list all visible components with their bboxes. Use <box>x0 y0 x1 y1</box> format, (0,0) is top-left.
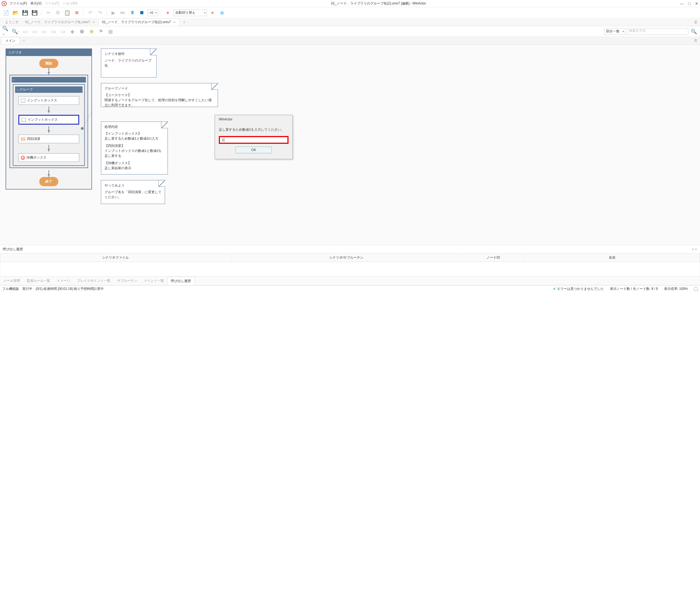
inner-group[interactable]: ▫ グループ インプットボックス インプットボックス 四則演算 待機ボックス <box>13 84 85 166</box>
tool-a-icon: ▭ <box>31 28 38 35</box>
note-fold-icon <box>158 180 165 187</box>
close-icon[interactable]: ✕ <box>173 20 176 24</box>
connector-dot-icon <box>81 127 84 130</box>
panel-close-icon[interactable]: ✕ <box>695 247 697 251</box>
note-body: ノード、ライブラリのグループ化 <box>104 58 153 68</box>
note-line: 【インプットボックス】 <box>104 131 164 136</box>
node-inputbox-1[interactable]: インプットボックス <box>18 96 79 105</box>
dialog-message: 足し算するため数値2を入力してください。 <box>219 127 289 132</box>
col-subroutine[interactable]: シナリオ/サブルーチン <box>231 254 462 262</box>
note-line: 関連するノードをグループ化して、処理の目的を理解しやすくしたい場合に利用できます… <box>104 98 215 108</box>
call-history-header: 呼び出し履歴 ▾ ✕ <box>0 245 700 254</box>
tool-b-icon: ▭ <box>40 28 48 35</box>
btab-callhistory[interactable]: 呼び出し履歴 <box>167 277 194 285</box>
tab-doc2[interactable]: 01_ノード、ライブラリのグループ化(2).ums7✕ <box>98 18 180 26</box>
speed-combo[interactable]: +0 <box>148 10 158 16</box>
note-fold-icon <box>211 83 218 90</box>
node-wait[interactable]: 待機ボックス <box>18 153 79 162</box>
dialog-input[interactable]: 1 <box>219 136 289 144</box>
btab-watch[interactable]: 監視ルール一覧 <box>23 277 53 285</box>
chevron-down-icon[interactable]: ▾ <box>692 247 694 251</box>
save-icon: 💾 <box>21 9 29 17</box>
new-icon: 📄 <box>2 9 10 17</box>
editor-toolbar: 🔍+ 🔍- ▭ ▭ ▭ ▭ ▭ ◆ ⬣ ⊕ ⚑ ▦ 部分一致 検索文字列 🔍 <box>0 26 700 37</box>
pause-icon[interactable]: ⏸ <box>129 9 136 17</box>
status-zoom: 表示倍率: 100% <box>664 286 688 291</box>
tab-main[interactable]: メイン <box>1 37 19 44</box>
menu-bar: ファイル(F) 表示(V) ツール(T) ヘルプ(H) <box>10 1 77 6</box>
col-node-id[interactable]: ノードID <box>462 254 525 262</box>
tool-f-icon: ⬣ <box>78 28 86 35</box>
note-fold-icon <box>161 122 168 128</box>
tabs-menu-icon[interactable]: ☰ <box>692 20 700 24</box>
flowchart-canvas[interactable]: シナリオ 開始 ▫ ▫ グループ インプットボックス インプットボックス 四則演… <box>0 45 700 245</box>
status-nodes: 表示ノード数 / 全ノード数: 9 / 9 <box>610 286 658 291</box>
btab-image[interactable]: イメージ <box>53 277 73 285</box>
status-left: フル機能版 実行中 (0/1) 経過時間 [00:01:18] 残り予想時間計算… <box>2 286 104 291</box>
zoom-in-icon[interactable]: 🔍+ <box>2 28 10 35</box>
note-line: インプットボックスの数値1と数値2を足し算する <box>104 148 164 158</box>
add-inner-tab-button[interactable]: ＋ <box>19 38 29 43</box>
collapse-icon[interactable]: ▫ <box>12 77 86 83</box>
col-name[interactable]: 名前 <box>525 254 700 262</box>
close-icon[interactable]: ✕ <box>92 20 95 24</box>
record-icon[interactable]: ● <box>164 9 172 17</box>
note-group-node[interactable]: グループノード 【ユースケース】 関連するノードをグループ化して、処理の目的を理… <box>101 83 218 107</box>
menu-view[interactable]: 表示(V) <box>30 1 41 6</box>
note-try[interactable]: やってみよう グループ名を「四則演算」に変更してください。 <box>101 180 165 204</box>
ok-button[interactable]: OK <box>236 146 272 153</box>
maximize-icon[interactable]: □ <box>688 1 690 6</box>
note-fold-icon <box>150 49 157 55</box>
delete-icon[interactable]: ✖ <box>73 9 81 17</box>
group-header[interactable]: ▫ グループ <box>15 86 83 93</box>
note-line: 【四則演算】 <box>104 143 164 148</box>
node-inputbox-2[interactable]: インプットボックス <box>18 115 79 125</box>
undo-icon: ↶ <box>86 9 94 17</box>
note-process[interactable]: 処理内容 【インプットボックス】 足し算するため数値1と数値2の入力 【四則演算… <box>101 122 168 174</box>
tool-d-icon: ▭ <box>59 28 67 35</box>
call-history-columns: シナリオファイル シナリオ/サブルーチン ノードID 名前 <box>0 254 700 262</box>
arrow-icon <box>49 126 49 133</box>
copy-icon: ⧉ <box>54 9 62 17</box>
tab-doc1[interactable]: 01_ノード、ライブラリのグループ化.ums7✕ <box>22 19 98 25</box>
scenario-container[interactable]: シナリオ 開始 ▫ ▫ グループ インプットボックス インプットボックス 四則演… <box>5 49 92 190</box>
tool-c-icon: ▭ <box>50 28 57 35</box>
arrow-icon <box>49 170 49 177</box>
status-bar: フル機能版 実行中 (0/1) 経過時間 [00:01:18] 残り予想時間計算… <box>0 285 700 292</box>
tab-welcome[interactable]: ようこそ <box>2 19 22 25</box>
target-icon[interactable]: ⊕ <box>218 9 226 17</box>
input-dialog: WinActor 足し算するため数値2を入力してください。 1 OK <box>215 115 293 159</box>
minimize-icon[interactable]: — <box>680 1 684 6</box>
node-calc[interactable]: 四則演算 <box>18 135 79 143</box>
search-icon[interactable]: 🔍 <box>690 28 698 35</box>
stop-icon[interactable]: ⏹ <box>138 9 146 17</box>
btab-breakpoints[interactable]: ブレイクポイント一覧 <box>73 277 114 285</box>
record2-icon[interactable]: ● <box>208 9 216 17</box>
inputbox-icon <box>21 99 25 103</box>
note-scenario-op[interactable]: シナリオ操作 ノード、ライブラリのグループ化 <box>101 49 157 77</box>
bell-icon[interactable] <box>694 287 698 291</box>
mode-combo[interactable]: 自動切り替え <box>173 10 207 16</box>
close-icon[interactable]: ✕ <box>695 1 698 6</box>
btab-events[interactable]: イベント一覧 <box>140 277 167 285</box>
start-node[interactable]: 開始 <box>39 59 58 68</box>
menu-file[interactable]: ファイル(F) <box>10 1 27 6</box>
search-mode-combo[interactable]: 部分一致 <box>604 28 625 35</box>
note-title: やってみよう <box>104 183 161 188</box>
search-input[interactable]: 検索文字列 <box>627 28 688 35</box>
note-body: グループ名を「四則演算」に変更してください。 <box>104 190 161 199</box>
btab-subroutine[interactable]: サブルーチン <box>114 277 140 285</box>
call-history-body <box>0 262 700 277</box>
outer-group[interactable]: ▫ ▫ グループ インプットボックス インプットボックス 四則演算 待機ボックス <box>10 75 88 168</box>
inner-tabs: メイン ＋ ☰ <box>0 37 700 45</box>
col-scenario-file[interactable]: シナリオファイル <box>0 254 231 262</box>
end-node[interactable]: 終了 <box>39 177 58 186</box>
arrow-icon <box>49 68 49 75</box>
window-title: 01_ノード、ライブラリのグループ化(2).ums7 [編集] - WinAct… <box>77 1 680 6</box>
menu-tool: ツール(T) <box>45 1 59 6</box>
add-tab-button[interactable]: ＋ <box>180 20 189 25</box>
zoom-out-icon[interactable]: 🔍- <box>12 28 19 35</box>
btab-mail[interactable]: メール管理 <box>0 277 23 285</box>
inner-tabs-menu-icon[interactable]: ☰ <box>692 39 700 42</box>
note-line: 足し算結果の表示 <box>104 166 164 171</box>
